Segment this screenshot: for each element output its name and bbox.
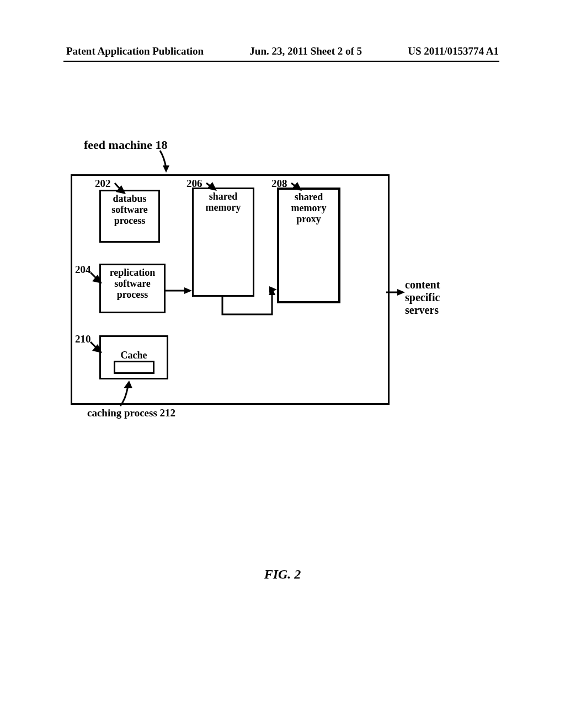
svg-marker-0 bbox=[163, 165, 169, 173]
header-publication: Patent Application Publication bbox=[66, 45, 204, 57]
header-rule bbox=[63, 61, 499, 62]
svg-marker-4 bbox=[207, 182, 217, 191]
svg-marker-5 bbox=[292, 182, 302, 191]
header-date-sheet: Jun. 23, 2011 Sheet 2 of 5 bbox=[249, 45, 362, 57]
svg-marker-7 bbox=[184, 287, 192, 294]
figure-2-diagram: feed machine 18 202 204 206 208 210 data… bbox=[66, 138, 502, 425]
header-pubnumber: US 2011/0153774 A1 bbox=[408, 45, 499, 57]
figure-caption: FIG. 2 bbox=[0, 567, 565, 582]
diagram-lines bbox=[66, 138, 502, 425]
page-header: Patent Application Publication Jun. 23, … bbox=[0, 45, 565, 57]
svg-marker-12 bbox=[397, 289, 405, 296]
svg-marker-13 bbox=[124, 381, 132, 388]
